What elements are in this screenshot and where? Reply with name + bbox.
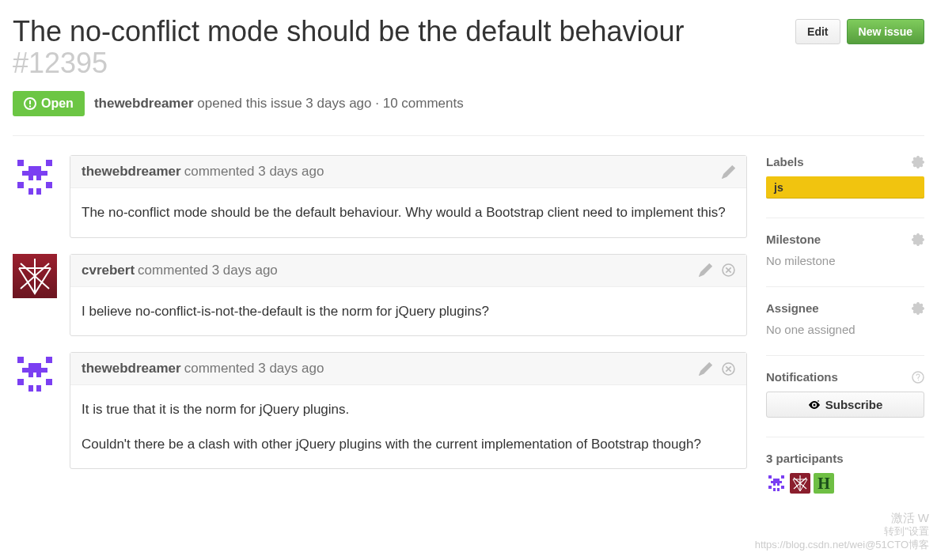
svg-rect-2: [29, 106, 31, 108]
avatar[interactable]: [13, 155, 57, 199]
delete-icon[interactable]: [722, 263, 735, 277]
svg-rect-8: [28, 176, 33, 180]
label-js[interactable]: js: [766, 176, 924, 199]
comment-paragraph: I believe no-conflict-is-not-the-default…: [82, 301, 735, 322]
pencil-icon[interactable]: [722, 165, 735, 179]
pencil-icon[interactable]: [699, 263, 712, 277]
comment-author-link[interactable]: thewebdreamer: [82, 361, 181, 376]
svg-rect-5: [46, 160, 52, 166]
gear-icon[interactable]: [912, 233, 924, 246]
gear-icon[interactable]: [912, 156, 924, 168]
svg-rect-30: [768, 475, 772, 479]
svg-rect-24: [46, 379, 52, 385]
participant-avatar[interactable]: H: [814, 473, 834, 494]
comment-body: The no-conflict mode should be the defau…: [70, 188, 746, 237]
comment-actions: [699, 362, 735, 376]
gear-icon[interactable]: [912, 302, 924, 315]
comment-paragraph: Couldn't there be a clash with other jQu…: [82, 434, 735, 455]
state-badge: Open: [13, 91, 85, 116]
assignee-value: No one assigned: [766, 323, 924, 336]
svg-rect-19: [28, 363, 41, 368]
svg-rect-25: [28, 385, 33, 392]
milestone-title: Milestone: [766, 233, 821, 246]
svg-rect-32: [773, 479, 780, 481]
help-icon[interactable]: [912, 371, 924, 384]
labels-section: Labels js: [766, 155, 924, 199]
comment-box: thewebdreamer commented 3 days agoIt is …: [70, 352, 747, 469]
svg-rect-21: [28, 373, 33, 377]
avatar[interactable]: [13, 254, 57, 298]
watermark: 激活 W 转到"设置 https://blog.csdn.net/wei@51C…: [755, 510, 929, 528]
comment-body: It is true that it is the norm for jQuer…: [70, 385, 746, 468]
comments-count: 10 comments: [383, 96, 464, 111]
delete-icon[interactable]: [722, 362, 735, 376]
svg-rect-26: [36, 385, 41, 392]
comment-block: cvrebert commented 3 days agoI believe n…: [13, 254, 747, 337]
header-buttons: Edit New issue: [795, 19, 924, 44]
issue-number: #12395: [13, 47, 108, 79]
comment-actions: [699, 263, 735, 277]
assignee-title: Assignee: [766, 301, 819, 315]
comment-paragraph: The no-conflict mode should be the defau…: [82, 202, 735, 223]
sidebar-divider: [766, 286, 924, 287]
edit-button[interactable]: Edit: [795, 19, 840, 44]
subscribe-button[interactable]: Subscribe: [766, 392, 924, 418]
participants-section: 3 participants H: [766, 452, 924, 494]
eye-icon: [808, 399, 821, 411]
state-text: Open: [41, 96, 74, 111]
svg-rect-11: [46, 182, 52, 188]
content-layout: thewebdreamer commented 3 days agoThe no…: [13, 155, 924, 513]
svg-rect-18: [46, 357, 52, 363]
issue-title: The no-conflict mode should be the defau…: [13, 16, 783, 78]
assignee-header: Assignee: [766, 301, 924, 315]
sidebar: Labels js Milestone No milestone Assigne…: [766, 155, 924, 513]
open-icon: [24, 97, 36, 110]
opened-text: opened this issue 3 days ago: [197, 96, 371, 111]
svg-rect-23: [17, 379, 24, 385]
participant-avatar[interactable]: [790, 473, 810, 494]
svg-rect-9: [36, 176, 41, 180]
comment-meta: commented 3 days ago: [184, 164, 324, 180]
issue-byline: thewebdreamer opened this issue 3 days a…: [94, 96, 464, 112]
comment-box: cvrebert commented 3 days agoI believe n…: [70, 254, 747, 337]
issue-meta-row: Open thewebdreamer opened this issue 3 d…: [13, 91, 924, 116]
svg-rect-17: [17, 357, 24, 363]
comment-block: thewebdreamer commented 3 days agoIt is …: [13, 352, 747, 469]
svg-rect-13: [36, 188, 41, 195]
svg-rect-31: [781, 475, 784, 479]
assignee-section: Assignee No one assigned: [766, 301, 924, 336]
comment-header: thewebdreamer commented 3 days ago: [70, 156, 746, 188]
svg-rect-6: [28, 166, 41, 171]
avatar[interactable]: [13, 352, 57, 396]
comments-column: thewebdreamer commented 3 days agoThe no…: [13, 155, 747, 513]
comment-author-link[interactable]: cvrebert: [82, 263, 135, 278]
participants-header: 3 participants: [766, 452, 924, 465]
notifications-header: Notifications: [766, 370, 924, 384]
comment-header: thewebdreamer commented 3 days ago: [70, 353, 746, 385]
comment-author-link[interactable]: thewebdreamer: [82, 164, 181, 180]
svg-rect-33: [771, 481, 782, 483]
issue-title-text: The no-conflict mode should be the defau…: [13, 15, 685, 47]
svg-rect-7: [22, 171, 47, 176]
comment-block: thewebdreamer commented 3 days agoThe no…: [13, 155, 747, 238]
header-divider: [13, 135, 924, 136]
sidebar-divider: [766, 355, 924, 356]
milestone-section: Milestone No milestone: [766, 233, 924, 267]
svg-rect-22: [36, 373, 41, 377]
notifications-title: Notifications: [766, 370, 838, 384]
sidebar-divider: [766, 218, 924, 218]
svg-rect-20: [22, 368, 47, 373]
comment-actions: [722, 165, 735, 179]
milestone-value: No milestone: [766, 254, 924, 267]
labels-header: Labels: [766, 155, 924, 168]
comment-box: thewebdreamer commented 3 days agoThe no…: [70, 155, 747, 238]
svg-rect-34: [773, 483, 776, 486]
new-issue-button[interactable]: New issue: [847, 19, 924, 44]
svg-rect-12: [28, 188, 33, 195]
comment-paragraph: It is true that it is the norm for jQuer…: [82, 399, 735, 420]
participant-avatar[interactable]: [766, 473, 787, 494]
issue-author-link[interactable]: thewebdreamer: [94, 96, 194, 111]
pencil-icon[interactable]: [699, 362, 712, 376]
comment-meta: commented 3 days ago: [184, 361, 324, 376]
participants-row: H: [766, 473, 924, 494]
